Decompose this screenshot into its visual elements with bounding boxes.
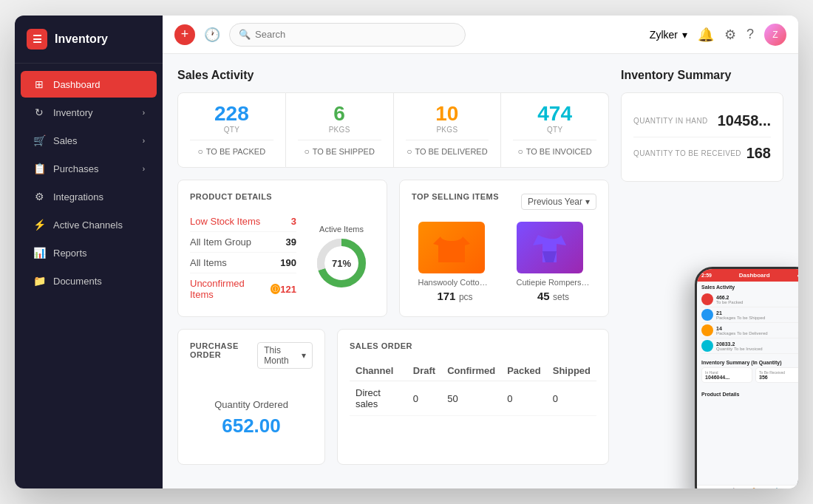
app-logo[interactable]: ☰ Inventory — [15, 16, 163, 64]
notification-icon[interactable]: 🔔 — [698, 27, 714, 43]
delivered-status: ○ TO BE DELIVERED — [406, 146, 489, 157]
shipped-unit: Pkgs — [298, 126, 381, 134]
sidebar-item-purchases[interactable]: 📋 Purchases › — [21, 155, 157, 182]
item-group-label: All Item Group — [190, 236, 251, 248]
shirt-svg — [429, 229, 474, 266]
sidebar-label-integrations: Integrations — [53, 191, 103, 202]
activity-card-packed[interactable]: 228 Qty ○ TO BE PACKED — [177, 92, 286, 168]
chevron-right-icon: › — [143, 137, 145, 145]
search-bar[interactable]: 🔍 — [229, 23, 466, 47]
period-select[interactable]: Previous Year ▾ — [521, 194, 596, 210]
sidebar-item-sales[interactable]: 🛒 Sales › — [21, 127, 157, 154]
phone-nav-more[interactable]: ••• More — [788, 488, 798, 488]
invoiced-unit: Qty — [513, 126, 596, 134]
circle-icon: ○ — [517, 146, 523, 157]
stat-row-low-stock[interactable]: Low Stock Items 3 — [190, 211, 296, 231]
active-items-label: Active Items — [319, 225, 364, 234]
shipped-number: 6 — [298, 103, 381, 124]
bottom-row: PURCHASE ORDER This Month ▾ Quantity Ord… — [177, 329, 609, 465]
col-shipped: Shipped — [547, 361, 596, 381]
packed-number: 228 — [190, 103, 273, 124]
inventory-summary-title: Inventory Summary — [621, 69, 783, 82]
stat-row-item-group[interactable]: All Item Group 39 — [190, 231, 296, 252]
phone-shipped-info: 21 Packages To be Shipped — [716, 310, 798, 320]
inventory-summary-card: QUANTITY IN HAND 10458... QUANTITY TO BE… — [621, 92, 783, 182]
sidebar-label-documents: Documents — [53, 276, 102, 287]
sidebar-item-dashboard[interactable]: ⊞ Dashboard — [21, 71, 157, 98]
sidebar: ☰ Inventory ⊞ Dashboard ↻ Inventory › 🛒 … — [15, 16, 163, 488]
cell-confirmed: 50 — [441, 381, 501, 416]
active-channels-icon: ⚡ — [33, 219, 46, 231]
sidebar-item-reports[interactable]: 📊 Reports — [21, 239, 157, 266]
to-receive-label: QUANTITY TO BE RECEIVED — [633, 149, 741, 157]
phone-in-hand-card: In Hand 1046044... — [701, 367, 752, 383]
purchase-order-title: PURCHASE ORDER — [190, 341, 257, 359]
stat-row-unconfirmed[interactable]: Unconfirmed Items ⓘ 121 — [190, 273, 296, 304]
search-input[interactable] — [255, 29, 456, 40]
phone-sales-title: Sales Activity — [701, 285, 798, 290]
delivered-unit: Pkgs — [406, 126, 489, 134]
circle-icon: ○ — [406, 146, 412, 157]
topbar-right: Zylker ▾ 🔔 ⚙ ? Z — [650, 24, 786, 46]
activity-card-shipped[interactable]: 6 Pkgs ○ TO BE SHIPPED — [286, 92, 394, 168]
selling-qty-1: 171 pcs — [418, 290, 492, 303]
sidebar-item-documents[interactable]: 📁 Documents — [21, 268, 157, 294]
sidebar-item-inventory[interactable]: ↻ Inventory › — [21, 99, 157, 126]
topbar: + 🕐 🔍 Zylker ▾ 🔔 ⚙ ? Z — [163, 16, 798, 54]
stat-row-all-items[interactable]: All Items 190 — [190, 252, 296, 273]
inv-row-in-hand: QUANTITY IN HAND 10458... — [633, 105, 771, 137]
phone-topbar: 2:59 Dashboard ●●● — [697, 269, 798, 282]
table-row[interactable]: Direct sales 0 50 0 0 — [350, 381, 596, 416]
documents-icon: 📁 — [33, 275, 46, 287]
month-select[interactable]: This Month ▾ — [257, 342, 313, 369]
sidebar-label-dashboard: Dashboard — [53, 79, 101, 90]
phone-dashboard-title: Dashboard — [712, 272, 797, 279]
phone-invoiced-dot — [701, 340, 713, 352]
selling-name-1: Hanswooly Cotton Cas... — [418, 278, 492, 287]
phone-packed-dot — [701, 293, 713, 305]
purchase-order-card: PURCHASE ORDER This Month ▾ Quantity Ord… — [177, 329, 325, 465]
product-details-title: PRODUCT DETAILS — [190, 192, 375, 201]
sales-order-title: SALES ORDER — [350, 341, 596, 350]
col-confirmed: Confirmed — [441, 361, 501, 381]
phone-nav-sales-orders[interactable]: 🛒 Sales Orders — [720, 488, 743, 488]
settings-icon[interactable]: ⚙ — [724, 27, 736, 43]
col-packed: Packed — [501, 361, 547, 381]
activity-card-invoiced[interactable]: 474 Qty ○ TO BE INVOICED — [501, 92, 609, 168]
phone-to-receive-card: To Be Received 356 — [755, 367, 798, 383]
invoiced-status: ○ TO BE INVOICED — [513, 146, 596, 157]
product-stats: Low Stock Items 3 All Item Group 39 All … — [190, 211, 296, 304]
phone-shipped-dot — [701, 309, 713, 321]
top-selling-card: TOP SELLING ITEMS Previous Year ▾ — [399, 180, 609, 317]
sidebar-item-integrations[interactable]: ⚙ Integrations — [21, 183, 157, 210]
phone-status-icons: ●●● — [797, 273, 798, 278]
selling-item-2[interactable]: Cutiepie Rompers-spo... 45 sets — [517, 222, 591, 303]
integrations-icon: ⚙ — [33, 191, 46, 202]
packed-status: ○ TO BE PACKED — [190, 146, 273, 157]
avatar[interactable]: Z — [764, 24, 786, 46]
unconfirmed-value: 121 — [280, 284, 296, 295]
phone-activity-invoiced: 20833.2 Quantity To be Invoiced › — [701, 338, 798, 354]
add-button[interactable]: + — [174, 24, 195, 45]
donut-percent: 71% — [332, 258, 351, 269]
qty-ordered-label: Quantity Ordered — [190, 399, 313, 410]
phone-nav-items[interactable]: 📋 Items — [765, 488, 788, 488]
phone-mockup: 2:59 Dashboard ●●● Sales Activity 466.2 … — [695, 267, 798, 488]
to-receive-value: 168 — [746, 145, 771, 162]
sidebar-label-sales: Sales — [53, 135, 78, 146]
phone-packed-info: 466.2 To be Packed — [716, 295, 798, 304]
sidebar-item-active-channels[interactable]: ⚡ Active Channels — [21, 211, 157, 238]
search-icon: 🔍 — [239, 29, 251, 40]
history-icon[interactable]: 🕐 — [204, 27, 220, 43]
invoiced-number: 474 — [513, 103, 596, 124]
selling-qty-2: 45 sets — [517, 290, 591, 303]
help-icon[interactable]: ? — [746, 27, 754, 42]
phone-nav-packages[interactable]: 📦 Packages — [743, 488, 766, 488]
middle-row: PRODUCT DETAILS Low Stock Items 3 All It… — [177, 180, 609, 317]
activity-card-delivered[interactable]: 10 Pkgs ○ TO BE DELIVERED — [394, 92, 502, 168]
user-menu[interactable]: Zylker ▾ — [650, 29, 687, 41]
phone-nav-dashboard[interactable]: ⊞ Dashboard — [697, 488, 720, 488]
item-group-value: 39 — [286, 236, 296, 248]
selling-item-1[interactable]: Hanswooly Cotton Cas... 171 pcs — [418, 222, 492, 303]
phone-activity-delivered: 14 Packages To be Delivered › — [701, 323, 798, 338]
